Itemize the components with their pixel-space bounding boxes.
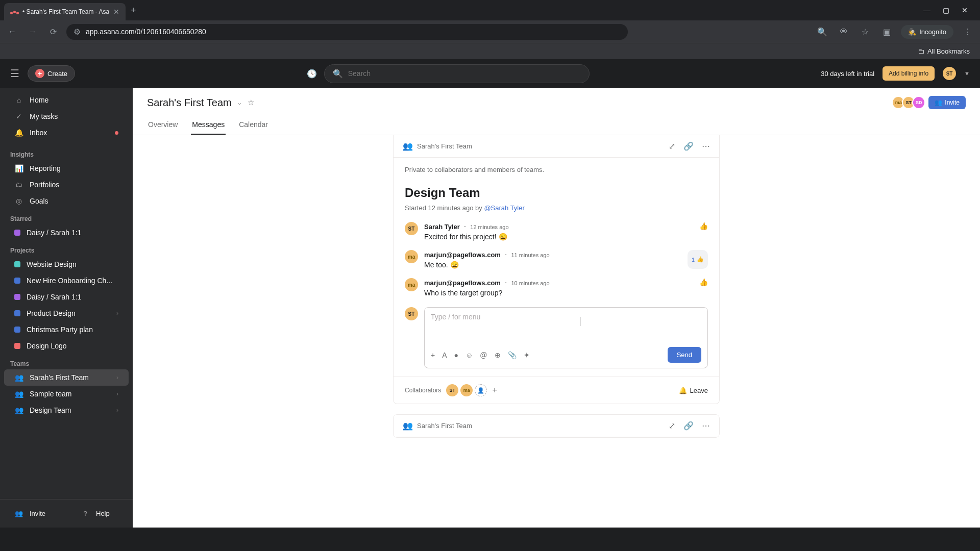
like-icon: 👍: [697, 256, 704, 263]
sidebar-label: New Hire Onboarding Ch...: [27, 277, 112, 285]
new-tab-button[interactable]: +: [126, 5, 141, 16]
expand-icon[interactable]: ⤢: [669, 421, 675, 431]
sidebar-label: Christmas Party plan: [27, 325, 93, 334]
close-window-icon[interactable]: ✕: [962, 6, 968, 14]
star-icon[interactable]: ☆: [858, 24, 872, 39]
history-icon[interactable]: 🕓: [307, 69, 317, 79]
leave-button[interactable]: 🔔 Leave: [679, 387, 708, 394]
sidebar-goals[interactable]: ◎ Goals: [4, 193, 129, 209]
chevron-down-icon[interactable]: ⌵: [238, 99, 241, 106]
link-icon[interactable]: 🔗: [683, 141, 694, 151]
comment-author: Sarah Tyler: [424, 223, 460, 231]
like-button[interactable]: 👍: [699, 278, 708, 297]
url-input[interactable]: ⚙ app.asana.com/0/1206160406650280: [66, 24, 628, 40]
create-button[interactable]: + Create: [28, 65, 75, 82]
member-avatars[interactable]: maSTSD: [895, 96, 925, 109]
tabs: OverviewMessagesCalendar: [147, 115, 966, 135]
send-button[interactable]: Send: [668, 347, 701, 363]
empty-collab-slot[interactable]: 👤: [475, 384, 487, 396]
sidebar-label: Product Design: [27, 309, 76, 317]
sidebar-home[interactable]: ⌂ Home: [4, 92, 129, 108]
hamburger-icon[interactable]: ☰: [10, 67, 19, 80]
sidebar-portfolios[interactable]: 🗂 Portfolios: [4, 177, 129, 193]
meta-author[interactable]: @Sarah Tyler: [484, 204, 524, 212]
sidebar-team-item[interactable]: 👥Sample team›: [4, 386, 129, 402]
team-icon: 👥: [14, 373, 23, 382]
ai-icon[interactable]: ✦: [524, 351, 530, 359]
sidebar-reporting[interactable]: 📊 Reporting: [4, 160, 129, 177]
sidebar-project-item[interactable]: New Hire Onboarding Ch...: [4, 272, 129, 289]
sidebar-help[interactable]: ? Help: [70, 506, 129, 521]
sidebar-label: Sample team: [30, 390, 71, 398]
menu-icon[interactable]: ⋮: [961, 24, 975, 39]
incognito-chip[interactable]: 🕵 Incognito: [901, 25, 953, 39]
expand-icon[interactable]: ⤢: [669, 141, 675, 151]
sidebar: ⌂ Home ✓ My tasks 🔔 Inbox Insights 📊 Rep…: [0, 88, 133, 528]
reload-icon[interactable]: ⟳: [46, 24, 60, 39]
more-icon[interactable]: ⋯: [702, 141, 710, 151]
sidebar-invite[interactable]: 👥 Invite: [4, 506, 62, 521]
collab-avatar[interactable]: ST: [446, 384, 458, 396]
sidebar-inbox[interactable]: 🔔 Inbox: [4, 124, 129, 141]
comment: ma marjun@pageflows.com · 11 minutes ago…: [405, 250, 708, 269]
chevron-right-icon: ›: [116, 310, 118, 317]
maximize-icon[interactable]: ▢: [943, 6, 949, 14]
user-avatar[interactable]: ST: [943, 67, 956, 80]
back-icon[interactable]: ←: [5, 24, 19, 39]
tab-messages[interactable]: Messages: [191, 115, 226, 135]
sidebar-project-item[interactable]: Design Logo: [4, 338, 129, 354]
sidebar-project-item[interactable]: Website Design: [4, 256, 129, 272]
tab-calendar[interactable]: Calendar: [238, 115, 269, 135]
task-icon[interactable]: ⊕: [495, 351, 501, 359]
like-count[interactable]: 1👍: [688, 250, 708, 269]
chevron-down-icon[interactable]: ▼: [964, 70, 970, 77]
search-icon[interactable]: 🔍: [815, 24, 829, 39]
browser-tab[interactable]: • Sarah's First Team Team - Asa ✕: [4, 3, 126, 20]
tab-overview[interactable]: Overview: [147, 115, 179, 135]
app-topbar: ☰ + Create 🕓 🔍 30 days left in trial Add…: [0, 59, 980, 88]
minimize-icon[interactable]: —: [923, 6, 930, 14]
team-icon: 👥: [403, 421, 413, 431]
invite-button[interactable]: 👥 Invite: [928, 96, 966, 109]
like-button[interactable]: 👍: [699, 222, 708, 241]
more-icon[interactable]: ⋯: [702, 421, 710, 431]
add-collaborator-button[interactable]: +: [492, 386, 497, 395]
plus-icon[interactable]: +: [431, 351, 435, 359]
sidebar-my-tasks[interactable]: ✓ My tasks: [4, 108, 129, 124]
forward-icon[interactable]: →: [26, 24, 40, 39]
search-input[interactable]: 🔍: [324, 64, 590, 83]
record-icon[interactable]: ●: [454, 351, 458, 359]
search-field[interactable]: [348, 69, 581, 78]
comment-avatar: ma: [405, 250, 418, 263]
sidebar-project-item[interactable]: Christmas Party plan: [4, 321, 129, 338]
emoji-icon[interactable]: ☺: [465, 351, 473, 359]
panel-icon[interactable]: ▣: [879, 24, 894, 39]
incognito-label: Incognito: [919, 28, 946, 36]
bookmarks-bar: 🗀 All Bookmarks: [0, 43, 980, 59]
sidebar-label: Home: [30, 96, 48, 104]
star-icon[interactable]: ☆: [248, 98, 254, 107]
sidebar-project-item[interactable]: Daisy / Sarah 1:1: [4, 289, 129, 305]
site-settings-icon[interactable]: ⚙: [74, 27, 81, 37]
text-format-icon[interactable]: A: [442, 351, 447, 359]
comment-author: marjun@pageflows.com: [424, 251, 501, 259]
member-avatar[interactable]: SD: [912, 96, 925, 109]
sidebar-project-item[interactable]: Product Design›: [4, 305, 129, 321]
mention-icon[interactable]: @: [480, 351, 487, 359]
link-icon[interactable]: 🔗: [683, 421, 694, 431]
sidebar-starred-item[interactable]: Daisy / Sarah 1:1: [4, 224, 129, 241]
attachment-icon[interactable]: 📎: [508, 351, 517, 359]
all-bookmarks-button[interactable]: 🗀 All Bookmarks: [918, 47, 970, 55]
sidebar-team-item[interactable]: 👥Design Team›: [4, 402, 129, 418]
reply-input-container[interactable]: + A ● ☺ @ ⊕ 📎 ✦ Send: [424, 307, 708, 368]
collab-avatar[interactable]: ma: [460, 384, 473, 396]
comment-text: Who is the target group?: [424, 289, 693, 297]
comment-time: 12 minutes ago: [470, 224, 508, 230]
reply-input[interactable]: [431, 313, 701, 347]
search-icon: 🔍: [333, 69, 343, 79]
billing-button[interactable]: Add billing info: [883, 66, 935, 81]
sidebar-team-item[interactable]: 👥Sarah's First Team›: [4, 369, 129, 386]
eye-off-icon[interactable]: 👁: [837, 24, 851, 39]
close-tab-icon[interactable]: ✕: [113, 8, 119, 16]
project-color-dot: [14, 343, 20, 349]
